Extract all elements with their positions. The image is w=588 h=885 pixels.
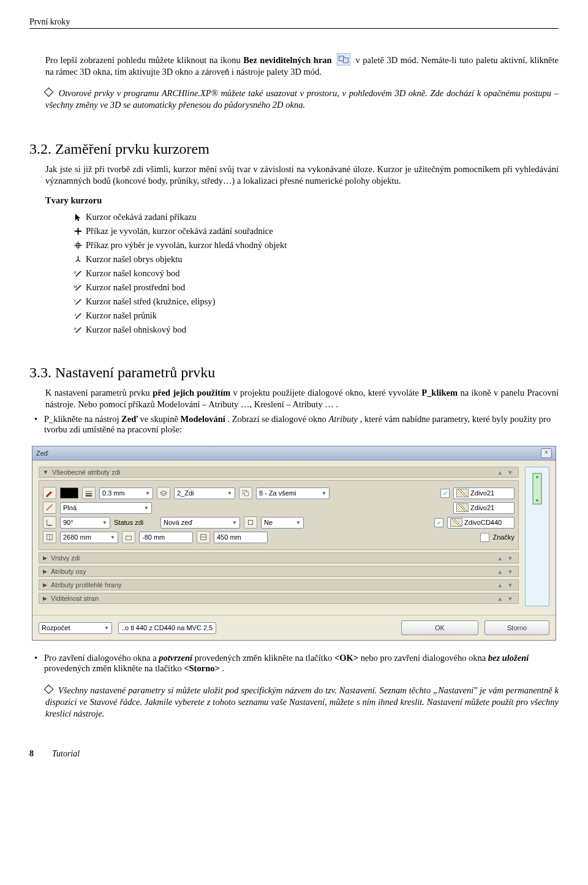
- line-type-icon[interactable]: [43, 502, 56, 514]
- sec32-title: Zaměření prvku kurzorem: [55, 141, 209, 157]
- cursor-row-5: M Kurzor našel prostřední bod: [70, 282, 559, 293]
- h1-combo[interactable]: 2680 mm▼: [60, 532, 118, 543]
- angle-icon[interactable]: [43, 516, 56, 529]
- svg-line-5: [78, 260, 80, 262]
- sec32-num: 3.2.: [29, 141, 51, 157]
- sec33-num: 3.3.: [29, 364, 51, 380]
- dialog-title: Zeď: [36, 450, 48, 457]
- intro-bold: Bez neviditelných hran: [243, 55, 331, 65]
- mat3-combo[interactable]: ZdivoCD440: [447, 517, 514, 529]
- sec33-title: Nastavení parametrů prvku: [55, 364, 215, 380]
- angle-combo[interactable]: 90°▼: [60, 517, 110, 529]
- bullet-item-2: P_klikněte na nástroj Zeď ve skupině Mod…: [34, 414, 559, 435]
- after-f: bez uložení: [488, 653, 529, 663]
- cursor-table: Kurzor očekává zadaní příkazu Příkaz je …: [70, 212, 559, 335]
- h2-field[interactable]: -80 mm: [139, 532, 193, 543]
- svg-point-28: [536, 476, 538, 478]
- bullet-dot-icon: [34, 414, 44, 435]
- svg-text:M: M: [74, 284, 77, 288]
- status-combo[interactable]: Nová zeď▼: [160, 517, 240, 529]
- svg-text:I: I: [74, 312, 75, 316]
- pen-icon[interactable]: [43, 487, 56, 499]
- endpoint-cursor-icon: E: [70, 269, 86, 278]
- sec33-a: K nastavení parametrů prvku: [45, 388, 153, 397]
- cursor-label-8: Kurzor našel ohniskový bod: [86, 325, 186, 335]
- cursor-row-4: E Kurzor našel koncový bod: [70, 268, 559, 279]
- sec33-d: P_klikem: [421, 388, 458, 397]
- ne-combo[interactable]: Ne▼: [261, 517, 304, 529]
- arrow-cursor-icon: [70, 213, 86, 222]
- panel-visibility-title: Viditelnost stran: [51, 595, 99, 602]
- svg-rect-21: [249, 521, 253, 525]
- expand-icon: ▶: [43, 582, 47, 588]
- panel-layers-header[interactable]: ▶ Vrstvy zdi ▲ ▼: [39, 552, 519, 563]
- cursor-row-8: F Kurzor našel ohniskový bod: [70, 325, 559, 335]
- panel-layers-title: Vrstvy zdi: [51, 554, 80, 562]
- mat1-check[interactable]: ✓: [440, 489, 450, 498]
- expand-icon: ▶: [43, 595, 47, 601]
- dialog-titlebar: Zeď ×: [32, 446, 556, 461]
- li2-a: P_klikněte na nástroj: [44, 414, 121, 424]
- panel-general-header[interactable]: ▼ Všeobecné atributy zdi ▲ ▼: [39, 467, 519, 478]
- expand-icon: ▶: [43, 568, 47, 574]
- section-3-2-heading: 3.2. Zaměření prvku kurzorem: [29, 141, 559, 157]
- layer-icon[interactable]: [157, 487, 170, 499]
- order-icon[interactable]: [239, 487, 252, 499]
- hide-edges-icon: [337, 53, 350, 66]
- cursor-label-4: Kurzor našel koncový bod: [86, 268, 179, 279]
- cursor-label-6: Kurzor našel střed (kružnice, elipsy): [86, 296, 215, 307]
- sec33-c: v projektu použijete dialogové okno, kte…: [233, 388, 422, 397]
- intersection-cursor-icon: I: [70, 311, 86, 320]
- svg-line-15: [75, 328, 80, 333]
- sec33-intro: K nastavení parametrů prvku před jejich …: [45, 387, 559, 410]
- header-rule: [29, 28, 559, 29]
- intro-paragraph: Pro lepší zobrazení pohledu můžete klikn…: [45, 53, 559, 78]
- cursor-row-1: Příkaz je vyvolán, kurzor očekává zadání…: [70, 226, 559, 236]
- linetype-combo[interactable]: Plná▼: [60, 502, 152, 514]
- attributes-dialog: Zeď × ▼ Všeobecné atributy zdi ▲ ▼ 0.3 m…: [32, 446, 556, 641]
- bullet-dot-icon: [34, 653, 44, 674]
- close-icon[interactable]: ×: [541, 448, 552, 458]
- storno-button[interactable]: Storno: [484, 620, 549, 635]
- note-1-text: Otvorové prvky v programu ARCHline.XP® m…: [45, 88, 559, 110]
- panel-axis-title: Atributy osy: [51, 568, 86, 575]
- flag-icon[interactable]: [244, 516, 257, 529]
- height1-icon[interactable]: [43, 531, 56, 543]
- tags-label: Značky: [493, 533, 514, 541]
- mat2-combo[interactable]: Zdivo21: [453, 502, 514, 514]
- mat1-combo[interactable]: Zdivo21: [453, 488, 514, 499]
- after-i: .: [222, 663, 224, 673]
- order-combo[interactable]: 8 - Za všemi▼: [256, 488, 330, 499]
- section-3-3-heading: 3.3. Nastavení parametrů prvku: [29, 364, 559, 381]
- li2-b: Zeď: [121, 414, 138, 424]
- cursor-label-7: Kurzor našel průnik: [86, 311, 157, 321]
- ok-button[interactable]: OK: [401, 620, 478, 635]
- li2-d: Modelování: [180, 414, 225, 424]
- panel-axis-header[interactable]: ▶ Atributy osy ▲ ▼: [39, 566, 519, 577]
- budget-note-field[interactable]: ..o tl 440 z CD440 na MVC 2.5: [118, 622, 216, 634]
- mat3-check[interactable]: ✓: [434, 518, 443, 527]
- panel-visibility-header[interactable]: ▶ Viditelnost stran ▲ ▼: [39, 593, 519, 604]
- height2-icon[interactable]: [122, 531, 135, 543]
- sec32-intro: Jak jste si již při tvorbě zdi všimli, k…: [45, 164, 559, 187]
- budget-combo[interactable]: Rozpočet▼: [39, 622, 112, 634]
- color-swatch[interactable]: [60, 488, 78, 499]
- line-weight-icon[interactable]: [82, 487, 96, 499]
- after-a: Pro zavření dialogového okna a: [44, 653, 159, 663]
- panel-general-body: 0.3 mm▼ 2_Zdi▼ 8 - Za všemi▼ ✓ Zdivo21 P…: [39, 480, 519, 550]
- height3-icon[interactable]: [197, 531, 210, 543]
- intro-text-a: Pro lepší zobrazení pohledu můžete klikn…: [45, 55, 243, 65]
- cursor-row-7: I Kurzor našel průnik: [70, 311, 559, 321]
- after-b: potvrzení: [159, 653, 192, 663]
- cursor-row-2: Příkaz pro výběr je vyvolán, kurzor hled…: [70, 240, 559, 250]
- cursor-row-6: C Kurzor našel střed (kružnice, elipsy): [70, 296, 559, 307]
- h3-field[interactable]: 450 mm: [214, 532, 268, 543]
- page-header: První kroky: [29, 17, 559, 27]
- layer-combo[interactable]: 2_Zdi▼: [174, 488, 235, 499]
- panel-opposite-header[interactable]: ▶ Atributy protilehlé hrany ▲ ▼: [39, 579, 519, 590]
- tags-check[interactable]: [480, 533, 489, 542]
- thickness-combo[interactable]: 0.3 mm▼: [99, 488, 153, 499]
- li2-c: ve skupině: [140, 414, 180, 424]
- svg-line-4: [75, 260, 78, 262]
- cursor-label-5: Kurzor našel prostřední bod: [86, 282, 185, 293]
